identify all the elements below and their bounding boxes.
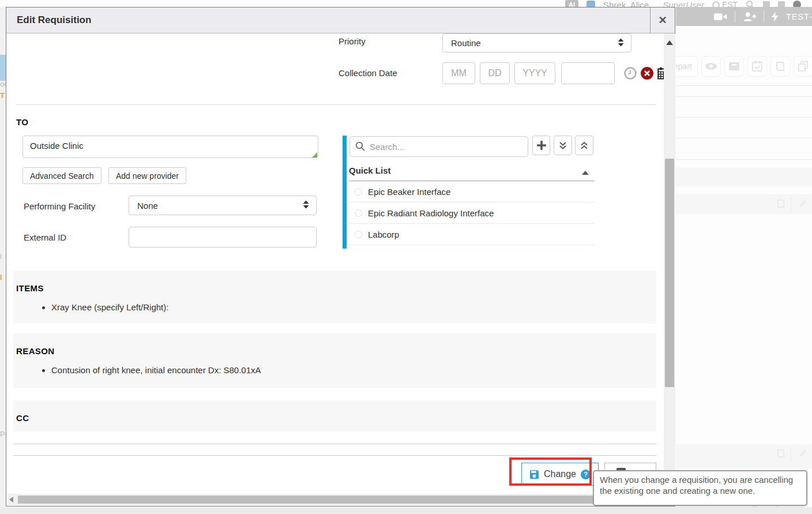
quick-list-item[interactable]: Epic Beaker Interface — [349, 181, 595, 202]
horizontal-scrollbar-thumb[interactable] — [18, 496, 663, 504]
lock-icon — [763, 1, 770, 7]
performing-facility-value: None — [137, 201, 158, 211]
environment-label: TEST- — [786, 12, 812, 21]
items-heading: ITEMS — [16, 283, 656, 293]
scroll-left-arrow-icon[interactable] — [9, 497, 13, 502]
footer-divider — [13, 444, 656, 444]
vertical-scrollbar-thumb[interactable] — [665, 159, 674, 387]
horizontal-scrollbar[interactable] — [7, 494, 664, 505]
collection-year-input[interactable] — [514, 62, 555, 84]
clock-icon — [712, 1, 720, 7]
add-new-provider-button[interactable]: Add new provider — [108, 167, 186, 184]
close-icon: ✕ — [658, 14, 667, 26]
performing-facility-label: Performing Facility — [24, 201, 95, 211]
directory-search-input[interactable] — [349, 136, 528, 157]
select-arrows-icon — [618, 38, 624, 48]
background-row — [676, 194, 812, 214]
quick-list-item[interactable]: Labcorp — [349, 224, 595, 245]
clear-circle-icon — [641, 67, 653, 80]
radio-icon[interactable] — [355, 209, 362, 217]
user-name: Shrek, Alice — [603, 0, 649, 7]
copy-icon — [794, 56, 812, 77]
archive-box-icon — [724, 56, 744, 77]
directory-search — [349, 136, 528, 157]
performing-facility-select[interactable]: None — [129, 196, 317, 215]
to-heading: TO — [16, 117, 28, 127]
dialog-title: Edit Requisition — [17, 7, 91, 33]
item-line: Xray Knee (specify Left/Right): — [51, 302, 656, 312]
quick-list-header[interactable]: Quick List — [349, 166, 595, 181]
scroll-up-arrow-icon[interactable] — [666, 40, 673, 45]
footer-divider — [13, 455, 656, 456]
book-icon — [776, 199, 785, 208]
background-selected-tab — [0, 55, 6, 81]
add-person-icon — [743, 12, 756, 22]
close-button[interactable]: ✕ — [650, 7, 675, 33]
search-icon — [746, 0, 755, 7]
reason-section: REASON Contusion of right knee, initial … — [13, 333, 656, 388]
calendar-check-icon — [747, 56, 767, 77]
quick-list-item[interactable]: Epic Radiant Radiology Interface — [349, 202, 595, 224]
vertical-scrollbar[interactable] — [664, 33, 675, 494]
eye-icon — [701, 56, 721, 77]
edit-requisition-dialog: Edit Requisition ✕ Priority Routine Coll… — [6, 7, 675, 507]
help-icon: ? — [581, 470, 591, 479]
quick-list-item-label: Labcorp — [368, 230, 399, 239]
avatar — [587, 1, 595, 7]
clear-date-button[interactable] — [641, 67, 653, 80]
change-button[interactable]: Change ? — [521, 463, 599, 486]
cc-section: CC — [13, 400, 656, 432]
directory-accent-bar — [343, 136, 347, 249]
background-bottom-strip — [0, 507, 812, 514]
collection-time-input[interactable] — [561, 62, 615, 84]
ai-badge: AI — [565, 0, 578, 7]
quick-list-title: Quick List — [349, 166, 391, 175]
recipient-textarea[interactable]: Outside Clinic — [22, 136, 318, 158]
cc-heading: CC — [16, 413, 656, 423]
radio-icon[interactable] — [355, 188, 362, 196]
priority-label: Priority — [339, 36, 366, 46]
advanced-search-button[interactable]: Advanced Search — [22, 167, 102, 184]
background-right-panel: TEST- epart — [676, 7, 812, 514]
background-toolbar: epart — [676, 56, 812, 77]
reason-heading: REASON — [16, 346, 656, 356]
priority-select[interactable]: Routine — [442, 33, 631, 52]
background-text-fragment: I — [0, 273, 2, 282]
external-id-input[interactable] — [129, 227, 317, 247]
double-chevron-down-icon — [559, 141, 567, 150]
external-id-label: External ID — [24, 232, 66, 242]
collection-day-input[interactable] — [480, 62, 510, 84]
background-left-sidebar: oe T l I Pr — [0, 7, 6, 514]
change-button-label: Change — [544, 469, 576, 479]
save-icon — [529, 470, 539, 479]
quick-list-item-label: Epic Beaker Interface — [368, 187, 450, 197]
depart-button: epart — [676, 56, 698, 77]
help-icon — [793, 1, 801, 7]
clock-icon — [624, 67, 637, 80]
background-row — [676, 444, 812, 468]
collection-month-input[interactable] — [442, 62, 475, 84]
select-arrows-icon — [303, 201, 309, 211]
set-time-now-button[interactable] — [624, 67, 637, 80]
collapse-arrow-icon — [582, 171, 589, 175]
items-section: ITEMS Xray Knee (specify Left/Right): — [13, 271, 656, 324]
background-text-fragment: l — [0, 252, 2, 261]
radio-icon[interactable] — [355, 231, 362, 238]
search-icon — [355, 141, 365, 151]
double-chevron-up-icon — [580, 141, 588, 150]
section-divider — [16, 104, 656, 105]
add-recipient-button[interactable] — [532, 136, 550, 155]
video-camera-icon — [714, 12, 727, 21]
background-text-fragment: Pr — [0, 430, 6, 438]
priority-value: Routine — [451, 38, 481, 48]
pencil-icon — [798, 449, 807, 458]
resize-grip-icon[interactable] — [312, 152, 317, 157]
tooltip: When you change a requisition, you are c… — [593, 470, 807, 506]
screen: AI Shrek, Alice SuperUser EST oe T l I P… — [0, 0, 812, 514]
pencil-icon — [798, 199, 807, 208]
collapse-all-button[interactable] — [575, 136, 593, 155]
background-user-bar: AI Shrek, Alice SuperUser EST — [0, 0, 812, 7]
background-text-fragment: oe — [0, 80, 6, 88]
expand-all-button[interactable] — [554, 136, 572, 155]
dialog-header: Edit Requisition ✕ — [6, 7, 675, 33]
